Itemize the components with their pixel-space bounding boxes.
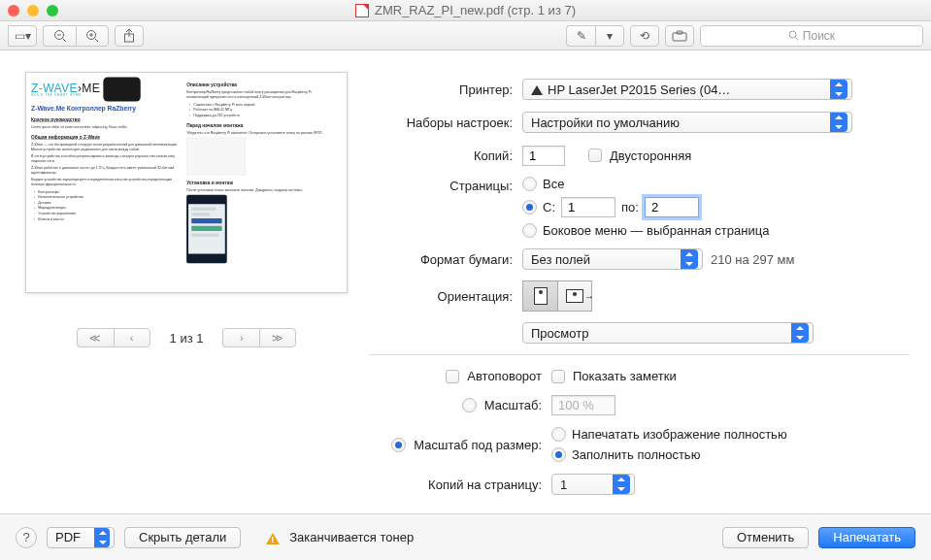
pages-to-input[interactable] xyxy=(645,197,699,217)
pages-range-radio[interactable] xyxy=(522,200,537,214)
zoom-out-button[interactable] xyxy=(43,25,76,47)
pages-all-label: Все xyxy=(543,177,564,191)
scale-label: Масштаб: xyxy=(484,398,542,412)
page-preview: Z-WAVE›ME BUILD THE SMART HOME Z-Wave.Me… xyxy=(25,72,348,293)
zoom-in-button[interactable] xyxy=(76,25,109,47)
titlebar: ZMR_RAZ_PI_new.pdf (стр. 1 из 7) xyxy=(0,0,931,21)
printer-label: Принтер: xyxy=(369,82,522,97)
print-dialog-body: Z-WAVE›ME BUILD THE SMART HOME Z-Wave.Me… xyxy=(0,50,931,513)
presets-value: Настройки по умолчанию xyxy=(531,115,680,130)
paper-dimensions: 210 на 297 мм xyxy=(711,252,795,267)
preview-pager: ≪ ‹ 1 из 1 › ≫ xyxy=(77,328,297,347)
duplex-checkbox[interactable] xyxy=(588,148,602,162)
share-icon xyxy=(123,29,135,43)
presets-select[interactable]: Настройки по умолчанию xyxy=(522,112,852,133)
copies-input[interactable] xyxy=(522,146,565,166)
svg-point-11 xyxy=(789,31,796,38)
pages-sidebar-radio[interactable] xyxy=(522,223,537,238)
orientation-landscape-button[interactable] xyxy=(557,280,592,312)
prev-page-button[interactable]: ‹ xyxy=(114,328,150,347)
first-page-button[interactable]: ≪ xyxy=(77,328,114,347)
share-button[interactable] xyxy=(115,25,144,47)
settings-column: Принтер: HP LaserJet P2015 Series (04… Н… xyxy=(369,72,910,513)
section-value: Просмотр xyxy=(531,326,588,341)
printfull-label: Напечатать изображение полностью xyxy=(572,427,787,442)
rotate-button[interactable]: ⟲ xyxy=(630,25,659,47)
autorotate-checkbox[interactable] xyxy=(446,370,459,383)
search-placeholder: Поиск xyxy=(803,29,835,43)
pages-label: Страницы: xyxy=(369,177,522,193)
search-field[interactable]: Поиск xyxy=(700,25,923,47)
orientation-portrait-button[interactable] xyxy=(522,280,557,312)
paper-select[interactable]: Без полей xyxy=(522,248,703,270)
last-page-button[interactable]: ≫ xyxy=(259,328,296,347)
pages-from-input[interactable] xyxy=(561,197,615,217)
phone-mockup xyxy=(186,195,227,263)
scalefit-label: Масштаб под размер: xyxy=(414,438,542,452)
divider xyxy=(369,354,910,355)
window-title-text: ZMR_RAZ_PI_new.pdf (стр. 1 из 7) xyxy=(375,3,576,17)
zoom-out-icon xyxy=(53,29,67,43)
pages-to-label: по: xyxy=(621,200,639,214)
printfull-radio[interactable] xyxy=(551,427,566,442)
landscape-icon xyxy=(566,289,583,303)
device-image xyxy=(103,77,140,101)
toner-warning-text: Заканчивается тонер xyxy=(289,530,414,544)
fillfull-radio[interactable] xyxy=(551,447,566,462)
portrait-icon xyxy=(534,287,548,305)
printer-select[interactable]: HP LaserJet P2015 Series (04… xyxy=(522,79,852,100)
window-title: ZMR_RAZ_PI_new.pdf (стр. 1 из 7) xyxy=(0,3,931,17)
fillfull-label: Заполнить полностью xyxy=(572,447,700,462)
sidebar-toggle-button[interactable]: ▭▾ xyxy=(8,25,37,47)
autorotate-label: Автоповорот xyxy=(467,369,542,383)
svg-line-1 xyxy=(62,38,66,42)
cps-value: 1 xyxy=(560,478,567,492)
wiring-diagram xyxy=(186,138,246,175)
toolbox-button[interactable] xyxy=(665,25,694,47)
duplex-label: Двусторонняя xyxy=(610,148,691,163)
next-page-button[interactable]: › xyxy=(222,328,259,347)
print-button[interactable]: Напечатать xyxy=(818,527,915,548)
page-indicator: 1 из 1 xyxy=(170,331,204,346)
svg-line-4 xyxy=(95,38,99,42)
printer-value: HP LaserJet P2015 Series (04… xyxy=(548,82,730,97)
pdf-menu-button[interactable]: PDF xyxy=(47,527,115,548)
paper-label: Формат бумаги: xyxy=(369,252,522,267)
copies-label: Копий: xyxy=(369,148,522,163)
cancel-button[interactable]: Отменить xyxy=(722,527,809,548)
pdf-file-icon xyxy=(355,4,369,17)
cps-label: Копий на страницу: xyxy=(428,478,542,492)
copies-per-page-select[interactable]: 1 xyxy=(551,474,635,495)
orientation-label: Ориентация: xyxy=(369,289,522,304)
scale-radio[interactable] xyxy=(462,398,477,412)
dialog-footer: ? PDF Скрыть детали Заканчивается тонер … xyxy=(0,513,931,560)
help-button[interactable]: ? xyxy=(16,527,37,548)
scale-input xyxy=(551,395,615,415)
view-mode-segment: ▭▾ xyxy=(8,25,37,47)
svg-line-12 xyxy=(795,38,798,41)
toolbar: ▭▾ ✎ ▾ ⟲ Поиск xyxy=(0,21,931,50)
search-icon xyxy=(788,30,799,41)
annotate-button[interactable]: ✎ xyxy=(566,25,595,47)
warning-icon xyxy=(531,80,543,95)
preview-column: Z-WAVE›ME BUILD THE SMART HOME Z-Wave.Me… xyxy=(21,72,351,513)
scalefit-radio[interactable] xyxy=(391,438,406,452)
section-select[interactable]: Просмотр xyxy=(522,322,814,344)
pages-from-label: С: xyxy=(543,200,555,214)
paper-value: Без полей xyxy=(531,252,590,267)
pages-sidebar-label: Боковое меню — выбранная страница xyxy=(543,223,769,238)
toner-warning-icon xyxy=(266,526,280,544)
zoom-in-icon xyxy=(85,29,99,43)
presets-label: Наборы настроек: xyxy=(369,115,522,130)
pdf-label: PDF xyxy=(55,530,81,544)
toolbox-icon xyxy=(672,30,687,42)
notes-label: Показать заметки xyxy=(573,369,677,383)
hide-details-button[interactable]: Скрыть детали xyxy=(124,527,241,548)
annotate-menu-button[interactable]: ▾ xyxy=(595,25,624,47)
notes-checkbox[interactable] xyxy=(551,370,565,383)
pages-all-radio[interactable] xyxy=(522,177,537,191)
